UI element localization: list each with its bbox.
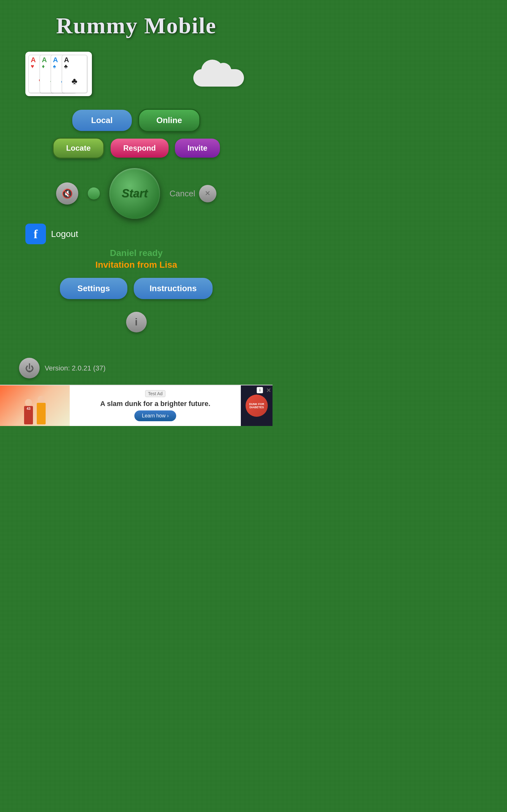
small-dot <box>88 188 100 200</box>
facebook-logo: f <box>34 227 38 241</box>
invite-button[interactable]: Invite <box>175 139 220 158</box>
local-button[interactable]: Local <box>72 110 132 131</box>
online-button[interactable]: Online <box>138 109 201 132</box>
ad-image: 43 <box>0 386 70 426</box>
mute-button[interactable]: 🔇 <box>56 183 78 205</box>
ad-banner: 43 Test Ad A slam dunk for a brighter fu… <box>0 385 273 426</box>
mute-icon: 🔇 <box>62 189 73 199</box>
facebook-icon[interactable]: f <box>25 223 46 244</box>
version-text: Version: 2.0.21 (37) <box>45 364 106 372</box>
ad-test-badge: Test Ad <box>145 390 165 397</box>
invitation-status: Invitation from Lisa <box>0 260 273 270</box>
power-button[interactable]: ⏻ <box>19 358 40 378</box>
instructions-button[interactable]: Instructions <box>134 278 213 299</box>
info-button[interactable]: i <box>126 312 147 333</box>
respond-button[interactable]: Respond <box>111 139 169 158</box>
cloud-decoration <box>190 61 247 87</box>
cancel-button[interactable]: ✕ <box>199 185 216 202</box>
power-icon: ⏻ <box>25 363 34 373</box>
ad-close-button[interactable]: ✕ <box>266 387 271 394</box>
logout-button[interactable]: Logout <box>51 229 78 239</box>
locate-button[interactable]: Locate <box>53 138 104 159</box>
cancel-label: Cancel <box>170 189 195 199</box>
cards-image: A ♥ ♥ A ♦ ♦ A ♠ ♠ A ♣ ♣ <box>25 52 92 96</box>
settings-button[interactable]: Settings <box>60 278 127 299</box>
card-4: A ♣ ♣ <box>62 55 87 93</box>
ad-info-icon[interactable]: ℹ <box>257 387 263 393</box>
info-icon: i <box>135 316 138 328</box>
daniel-ready-status: Daniel ready <box>0 248 273 258</box>
ad-main-text: A slam dunk for a brighter future. <box>100 400 210 408</box>
cancel-x-icon: ✕ <box>205 189 210 198</box>
start-button[interactable]: Start <box>109 168 160 219</box>
app-title: Rummy Mobile <box>0 0 273 39</box>
ad-logo-text: DUNK FOR DIABETES <box>249 403 264 409</box>
ad-learn-more-button[interactable]: Learn how › <box>134 410 176 421</box>
